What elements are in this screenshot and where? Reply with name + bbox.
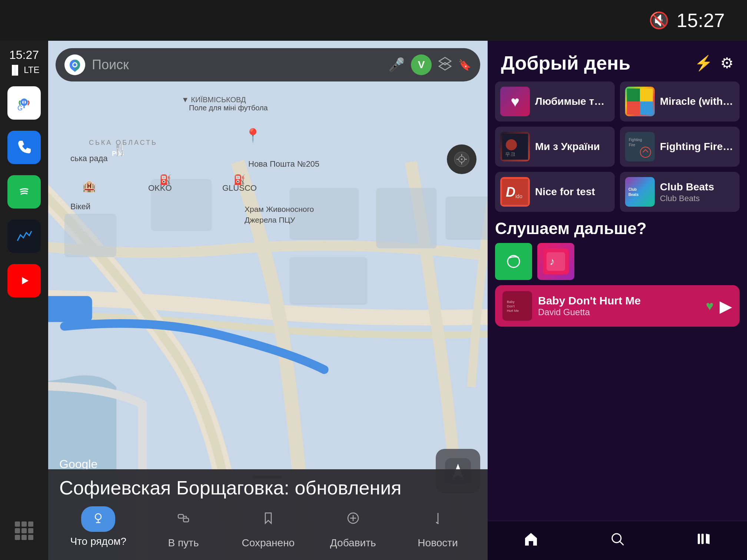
map-label-kyiv: ▼ КИЇВМІСЬКОВД	[182, 96, 246, 104]
svg-text:Fighting: Fighting	[629, 138, 642, 142]
music-card-thumb-miracle	[625, 87, 655, 116]
svg-point-38	[437, 523, 439, 524]
maps-search-icons: 🎤 V 🔖	[388, 54, 471, 75]
maps-bookmark-icon[interactable]: 🔖	[458, 59, 471, 71]
map-action-nearby[interactable]: Что рядом?	[70, 506, 126, 549]
sidebar-icon-youtube[interactable]	[7, 264, 41, 297]
svg-text:우크: 우크	[505, 151, 515, 157]
map-label-football: Поле для міні футбола	[189, 104, 268, 112]
music-card-dido[interactable]: D ido Nice for test	[495, 172, 615, 212]
svg-rect-53	[627, 179, 653, 205]
svg-point-34	[95, 514, 101, 520]
svg-rect-14	[21, 535, 27, 540]
svg-text:Baby: Baby	[507, 300, 515, 304]
main-area: 15:27 ▐▌ LTE G	[0, 41, 747, 560]
music-card-thumb-dido: D ido	[500, 177, 530, 207]
svg-rect-22	[64, 214, 116, 257]
music-card-title-ukraine: Ми з України	[535, 140, 610, 153]
svg-rect-15	[28, 535, 33, 540]
svg-rect-42	[640, 101, 653, 114]
right-panel-title: Добрый день	[501, 52, 630, 74]
music-card-info-ukraine: Ми з України	[535, 140, 610, 153]
music-card-sub-clubbeats: Club Beats	[660, 194, 734, 203]
sidebar-icon-tradingview[interactable]	[7, 220, 41, 253]
nav-home-button[interactable]	[512, 527, 550, 554]
nav-search-button[interactable]	[598, 527, 637, 554]
svg-text:Club: Club	[628, 187, 637, 191]
map-label-rada: ська рада	[70, 154, 107, 163]
svg-text:Don't: Don't	[507, 304, 515, 308]
sidebar-icon-maps[interactable]: G	[7, 86, 41, 120]
svg-text:Beats: Beats	[628, 193, 639, 197]
svg-rect-35	[178, 514, 183, 518]
maps-search-input[interactable]: Поиск	[92, 57, 382, 73]
svg-rect-40	[640, 89, 653, 101]
svg-rect-67	[701, 534, 704, 544]
map-location-title: Софиевская Борщаговка: обновления	[59, 477, 477, 499]
music-card-info-dido: Nice for test	[535, 185, 610, 199]
sidebar-grid-button[interactable]	[13, 520, 35, 553]
continue-thumb-pink[interactable]: ♪	[537, 243, 574, 280]
music-grid: ♥ Любимые треки Miracle (with	[488, 81, 747, 212]
svg-rect-19	[445, 197, 488, 240]
right-panel: Добрый день ⚡ ⚙ ♥ Любимые треки	[488, 41, 747, 560]
svg-rect-66	[698, 534, 700, 544]
map-action-add[interactable]: Добавить	[325, 506, 381, 549]
map-action-news[interactable]: Новости	[410, 506, 466, 549]
maps-layers-icon[interactable]	[438, 56, 452, 74]
music-card-thumb-clubbeats: Club Beats	[625, 177, 655, 207]
map-action-route[interactable]: В путь	[156, 506, 211, 549]
mute-icon: 🔇	[649, 11, 669, 30]
map-marker-gas2: ⛽	[233, 174, 245, 186]
svg-text:♪: ♪	[550, 256, 555, 267]
music-card-favorites[interactable]: ♥ Любимые треки	[495, 81, 615, 121]
maps-search-bar[interactable]: Поиск 🎤 V 🔖	[56, 48, 480, 81]
svg-rect-18	[376, 188, 437, 249]
maps-user-avatar[interactable]: V	[411, 54, 432, 75]
now-playing-info: Baby Don't Hurt Me David Guetta	[538, 294, 700, 317]
svg-text:Fire: Fire	[629, 143, 635, 147]
nav-library-button[interactable]	[684, 527, 723, 554]
now-playing-actions: ♥ ▶	[706, 297, 732, 316]
map-container[interactable]: ▼ КИЇВМІСЬКОВД Поле для міні футбола ськ…	[48, 41, 488, 560]
sidebar: 15:27 ▐▌ LTE G	[0, 41, 48, 560]
map-marker-restaurant: 🍴	[113, 143, 127, 157]
map-marker-location: 📍	[245, 128, 261, 143]
music-card-fighting[interactable]: Fighting Fire Fighting Fire: радио	[620, 127, 740, 167]
maps-mic-icon[interactable]: 🎤	[388, 57, 405, 73]
map-bottom-panel: Софиевская Борщаговка: обновления Что ря…	[48, 469, 488, 560]
map-marker-gas1: ⛽	[159, 174, 171, 186]
map-action-route-label: В путь	[168, 537, 199, 549]
right-nav	[488, 521, 747, 560]
now-playing-thumb: Baby Don't Hurt Me	[502, 291, 532, 321]
svg-rect-13	[15, 535, 20, 540]
svg-rect-11	[21, 528, 27, 533]
now-playing-bar[interactable]: Baby Don't Hurt Me Baby Don't Hurt Me Da…	[495, 285, 740, 327]
map-action-news-label: Новости	[418, 537, 458, 549]
music-card-thumb-ukraine: 우크	[500, 132, 530, 161]
music-card-title-fighting: Fighting Fire: радио	[660, 140, 734, 153]
now-playing-heart-icon[interactable]: ♥	[706, 298, 714, 314]
sidebar-top: 15:27 ▐▌ LTE	[9, 48, 40, 75]
settings-icon[interactable]: ⚙	[720, 54, 734, 71]
svg-rect-12	[28, 528, 33, 533]
svg-text:Hurt Me: Hurt Me	[507, 309, 519, 313]
continue-thumb-spotify[interactable]	[495, 243, 532, 280]
map-compass-button[interactable]	[447, 144, 477, 174]
right-panel-header-icons: ⚡ ⚙	[694, 54, 734, 72]
music-card-title-miracle: Miracle (with Ellie ...	[660, 95, 734, 108]
music-card-miracle[interactable]: Miracle (with Ellie ...	[620, 81, 740, 121]
sidebar-icon-phone[interactable]	[7, 131, 41, 164]
map-action-saved[interactable]: Сохранено	[240, 506, 296, 549]
svg-marker-33	[439, 63, 451, 70]
music-card-info-favorites: Любимые треки	[535, 95, 610, 108]
now-playing-play-icon[interactable]: ▶	[720, 297, 732, 316]
flash-icon[interactable]: ⚡	[694, 54, 713, 72]
sidebar-icon-spotify[interactable]	[7, 175, 41, 209]
svg-rect-7	[15, 521, 20, 527]
map-actions: Что рядом? В путь Сохранено	[59, 506, 477, 549]
continue-tracks: ♪	[488, 243, 747, 280]
music-card-clubbeats[interactable]: Club Beats Club Beats Club Beats	[620, 172, 740, 212]
svg-rect-10	[15, 528, 20, 533]
music-card-ukraine[interactable]: 우크 Ми з України	[495, 127, 615, 167]
